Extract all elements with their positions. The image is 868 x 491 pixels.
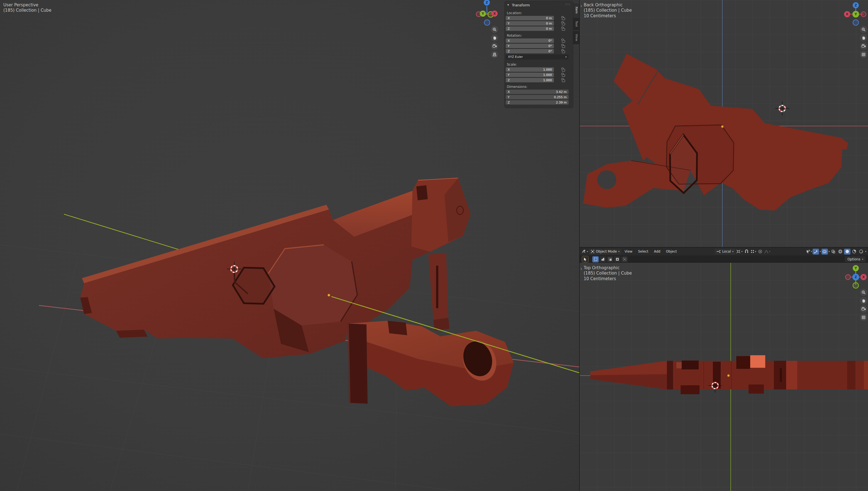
menu-add[interactable]: Add: [651, 249, 663, 255]
menu-view[interactable]: View: [622, 249, 635, 255]
viewport-split-vertical[interactable]: [579, 0, 580, 491]
select-box-button[interactable]: [592, 256, 599, 262]
perspective-toggle-icon[interactable]: [491, 51, 498, 58]
chevron-down-icon[interactable]: ▾: [819, 250, 821, 253]
grid-scale-label: 10 Centimeters: [584, 13, 616, 18]
scale-x-field[interactable]: X1.000: [506, 67, 554, 72]
lock-scale-z-icon[interactable]: [560, 78, 567, 82]
shading-wireframe-button[interactable]: [837, 249, 843, 255]
select-subtract-button[interactable]: [607, 256, 613, 262]
lock-scale-y-icon[interactable]: [560, 73, 567, 77]
rotation-y-field[interactable]: Y0°: [506, 44, 554, 48]
gun-model-back[interactable]: [583, 54, 848, 210]
wireframe-sphere-icon: [838, 249, 843, 254]
object-origin-dot[interactable]: [327, 294, 330, 296]
menu-object[interactable]: Object: [663, 249, 679, 255]
svg-text:Y: Y: [855, 266, 857, 270]
lock-scale-x-icon[interactable]: [560, 67, 567, 72]
select-intersect-button[interactable]: [621, 256, 628, 262]
toolbar-open-arrow-icon[interactable]: ›: [580, 4, 582, 8]
show-object-types-dropdown[interactable]: ▾: [806, 249, 812, 255]
dimensions-x-field[interactable]: X3.42 m: [506, 90, 569, 94]
grid-ortho-icon[interactable]: [860, 51, 867, 58]
axis-neg-x-ball[interactable]: [861, 12, 866, 17]
chevron-down-icon[interactable]: ▾: [829, 250, 830, 253]
mode-dropdown[interactable]: Object Mode ▾: [589, 249, 622, 255]
select-extend-button[interactable]: [600, 256, 606, 262]
chevron-down-icon: ▾: [587, 250, 588, 253]
zoom-icon[interactable]: [860, 289, 867, 296]
lock-rotation-y-icon[interactable]: [560, 44, 567, 48]
shading-rendered-button[interactable]: [858, 249, 864, 255]
lock-rotation-z-icon[interactable]: [560, 49, 567, 53]
object-origin-dot[interactable]: [727, 374, 730, 377]
xray-toggle[interactable]: [830, 249, 837, 255]
location-y-field[interactable]: Y0 m: [506, 21, 554, 26]
camera-view-icon[interactable]: [860, 306, 867, 313]
object-origin-dot[interactable]: [721, 125, 724, 128]
axis-neg-z-ball[interactable]: [853, 20, 859, 25]
transform-orientation-dropdown[interactable]: Local ▾: [714, 249, 735, 255]
lock-location-y-icon[interactable]: [560, 21, 567, 26]
zoom-icon[interactable]: [491, 26, 498, 33]
lock-rotation-x-icon[interactable]: [560, 38, 567, 43]
lock-location-x-icon[interactable]: [560, 16, 567, 20]
pan-hand-icon[interactable]: [491, 34, 498, 41]
lock-location-z-icon[interactable]: [560, 26, 567, 31]
snap-settings-dropdown[interactable]: ▾: [750, 249, 757, 255]
menu-select[interactable]: Select: [635, 249, 651, 255]
scale-z-field[interactable]: Z1.000: [506, 78, 554, 82]
camera-view-icon[interactable]: [491, 42, 498, 50]
viewport-split-horizontal[interactable]: [579, 247, 868, 248]
pan-hand-icon[interactable]: [860, 297, 867, 304]
location-z-field[interactable]: Z0 m: [506, 26, 554, 31]
zoom-icon[interactable]: [860, 26, 867, 33]
panel-title[interactable]: Transform: [512, 3, 530, 7]
active-object-label: (185) Collection | Cube: [584, 271, 632, 276]
dimensions-y-field[interactable]: Y0.255 m: [506, 95, 569, 99]
snap-toggle-button[interactable]: [743, 249, 750, 255]
axis-neg-x-ball[interactable]: [845, 275, 850, 280]
chevron-down-icon: ▾: [811, 250, 812, 253]
active-tool-tweak-button[interactable]: [582, 256, 589, 262]
chevron-down-icon: ▾: [565, 55, 567, 60]
rotation-z-field[interactable]: Z0°: [506, 49, 554, 53]
axis-neg-y-ball[interactable]: [853, 283, 859, 288]
pan-hand-icon[interactable]: [860, 34, 867, 41]
magnet-icon: [744, 250, 749, 254]
tab-item[interactable]: Item: [573, 4, 580, 17]
proportional-falloff-dropdown[interactable]: ▾: [764, 249, 770, 255]
rotation-x-field[interactable]: X0°: [506, 38, 554, 43]
dimensions-section-label: Dimensions:: [507, 85, 527, 89]
viewport-user-perspective[interactable]: User Perspective (185) Collection | Cube…: [0, 0, 579, 491]
chevron-down-icon[interactable]: ▾: [865, 250, 866, 253]
editor-type-button[interactable]: ▾: [581, 249, 588, 255]
viewport-top-orthographic[interactable]: › Top Orthographic (185) Collection | Cu…: [580, 263, 868, 491]
view-name-label: Top Orthographic: [584, 265, 620, 271]
svg-text:Y: Y: [855, 12, 857, 16]
shading-material-button[interactable]: [851, 249, 858, 255]
gun-model[interactable]: [80, 178, 514, 406]
toolbar-open-arrow-icon[interactable]: ›: [580, 267, 582, 271]
gizmos-toggle[interactable]: [813, 249, 819, 255]
axis-neg-z-ball[interactable]: [484, 20, 490, 25]
select-invert-button[interactable]: [614, 256, 620, 262]
pivot-point-dropdown[interactable]: ▾: [736, 249, 743, 255]
proportional-editing-toggle[interactable]: [757, 249, 764, 255]
overlays-toggle[interactable]: [821, 249, 828, 255]
tab-view[interactable]: View: [573, 31, 580, 44]
grid-ortho-icon[interactable]: [860, 314, 867, 321]
viewport-back-orthographic[interactable]: › Back Orthographic (185) Collection | C…: [580, 0, 868, 247]
location-x-field[interactable]: X0 m: [506, 16, 554, 20]
dimensions-z-field[interactable]: Z2.39 m: [506, 100, 569, 105]
svg-text:Z: Z: [486, 1, 488, 4]
collapse-chevron-icon[interactable]: ▾: [507, 3, 509, 7]
shading-solid-button[interactable]: [844, 249, 850, 255]
tab-tool[interactable]: Tool: [573, 18, 580, 30]
navigation-gizmo[interactable]: Z Y X: [471, 0, 504, 31]
scale-y-field[interactable]: Y1.000: [506, 73, 554, 77]
rotation-mode-dropdown[interactable]: XYZ Euler▾: [506, 55, 569, 60]
panel-grip-icon[interactable]: ::::: [565, 2, 570, 6]
camera-view-icon[interactable]: [860, 42, 867, 50]
mode-label: Object Mode: [596, 250, 617, 254]
